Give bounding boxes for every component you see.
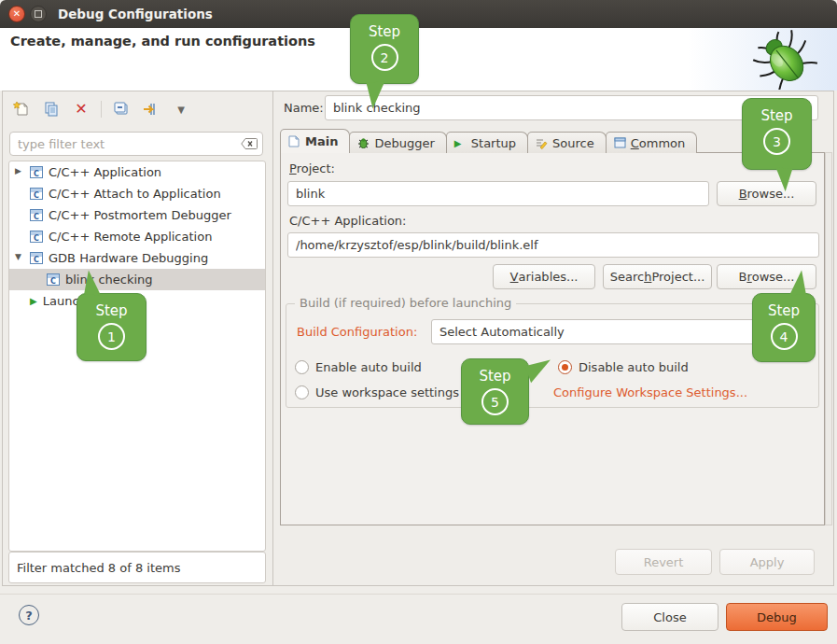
- bug-icon: [747, 30, 820, 90]
- step-5-number: 5: [481, 388, 509, 415]
- build-group-label: Build (if required) before launching: [295, 296, 516, 310]
- tab-debugger[interactable]: Debugger: [349, 132, 446, 153]
- c-application-icon: C: [30, 166, 43, 178]
- duplicate-icon[interactable]: [41, 99, 62, 119]
- scrollbar[interactable]: [825, 152, 832, 525]
- use-workspace-settings-radio[interactable]: [295, 385, 309, 399]
- search-project-button[interactable]: Search Project...: [603, 264, 712, 289]
- apply-button[interactable]: Apply: [719, 549, 815, 575]
- enable-auto-build-label: Enable auto build: [315, 360, 422, 374]
- window-close-button[interactable]: ✕: [8, 6, 25, 22]
- project-label: Project:: [289, 161, 335, 175]
- tree-item-gdb-hardware[interactable]: ▼ C GDB Hardware Debugging: [9, 247, 265, 269]
- variables-button[interactable]: Variables...: [493, 264, 595, 289]
- filter-field: [9, 132, 263, 156]
- tab-main[interactable]: Main: [280, 129, 350, 153]
- step-1-number: 1: [98, 323, 125, 350]
- step-2-callout: Step 2: [350, 14, 419, 84]
- c-application-icon: C: [30, 231, 43, 243]
- project-input[interactable]: [287, 181, 709, 206]
- main-tab-icon: [288, 135, 300, 147]
- configure-workspace-settings-link[interactable]: Configure Workspace Settings...: [553, 385, 747, 399]
- tree-item-blink-checking[interactable]: C blink checking: [9, 269, 265, 290]
- filter-status: Filter matched 8 of 8 items: [8, 552, 266, 583]
- expand-arrow-icon[interactable]: ▶: [15, 166, 21, 175]
- launch-toolbar: ✕ ▼: [11, 97, 191, 121]
- disable-auto-build-label: Disable auto build: [579, 360, 689, 374]
- source-tab-icon: [536, 137, 548, 149]
- panel-divider[interactable]: [272, 91, 273, 586]
- c-application-icon: C: [30, 188, 43, 200]
- window-title: Debug Configurations: [58, 0, 213, 28]
- help-button[interactable]: ?: [19, 605, 39, 625]
- tab-startup[interactable]: ▶ Startup: [446, 132, 528, 153]
- c-application-icon: C: [30, 209, 43, 221]
- disable-auto-build-radio[interactable]: [558, 360, 572, 374]
- debug-button[interactable]: Debug: [726, 603, 828, 631]
- tree-item-cpp-application[interactable]: ▶ C C/C++ Application: [9, 161, 265, 183]
- tree-item-cpp-attach[interactable]: C C/C++ Attach to Application: [9, 183, 265, 204]
- filter-icon[interactable]: [141, 99, 161, 119]
- header-title: Create, manage, and run configurations: [10, 34, 315, 49]
- browse-project-button[interactable]: Browse...: [717, 181, 816, 206]
- collapse-arrow-icon[interactable]: ▼: [15, 252, 21, 261]
- callout-tail: [788, 270, 806, 295]
- debug-configurations-dialog: ✕ Debug Configurations Create, manage, a…: [0, 0, 837, 644]
- use-workspace-settings-label: Use workspace settings: [315, 385, 459, 399]
- step-4-number: 4: [771, 323, 798, 350]
- step-5-callout: Step 5: [461, 358, 529, 425]
- callout-tail: [774, 167, 793, 192]
- window-restore-button[interactable]: [30, 6, 47, 22]
- clear-filter-icon[interactable]: [241, 138, 258, 149]
- name-label: Name:: [284, 101, 324, 115]
- build-configuration-label: Build Configuration:: [297, 325, 417, 339]
- callout-tail: [367, 81, 388, 109]
- launch-group-icon: ▶: [30, 296, 37, 306]
- step-3-number: 3: [763, 128, 790, 155]
- close-button[interactable]: Close: [621, 603, 718, 631]
- filter-input[interactable]: [9, 132, 263, 156]
- tree-item-cpp-remote[interactable]: C C/C++ Remote Application: [9, 226, 265, 247]
- step-3-callout: Step 3: [742, 98, 812, 170]
- collapse-all-icon[interactable]: [111, 99, 132, 119]
- application-label: C/C++ Application:: [289, 214, 406, 228]
- tab-common[interactable]: Common: [606, 132, 698, 153]
- step-1-callout: Step 1: [77, 293, 146, 361]
- c-application-icon: C: [30, 252, 43, 264]
- startup-tab-icon: ▶: [454, 137, 467, 149]
- common-tab-icon: [614, 137, 626, 149]
- step-2-number: 2: [371, 44, 398, 71]
- enable-auto-build-radio[interactable]: [295, 360, 309, 374]
- delete-icon[interactable]: ✕: [71, 99, 91, 119]
- tree-item-cpp-postmortem[interactable]: C C/C++ Postmortem Debugger: [9, 204, 265, 226]
- revert-button[interactable]: Revert: [615, 549, 712, 575]
- debugger-tab-icon: [357, 137, 370, 149]
- new-configuration-icon[interactable]: [11, 99, 32, 119]
- application-input[interactable]: [287, 232, 819, 258]
- tab-source[interactable]: Source: [527, 132, 607, 153]
- callout-tail: [84, 270, 103, 295]
- config-tabs: Main Debugger ▶ Startup Source Common: [280, 130, 696, 153]
- c-application-icon: C: [47, 273, 60, 286]
- menu-caret-icon[interactable]: ▼: [171, 99, 191, 119]
- footer-separator: [0, 594, 837, 595]
- toolbar-separator: [101, 101, 102, 118]
- step-4-callout: Step 4: [752, 293, 816, 362]
